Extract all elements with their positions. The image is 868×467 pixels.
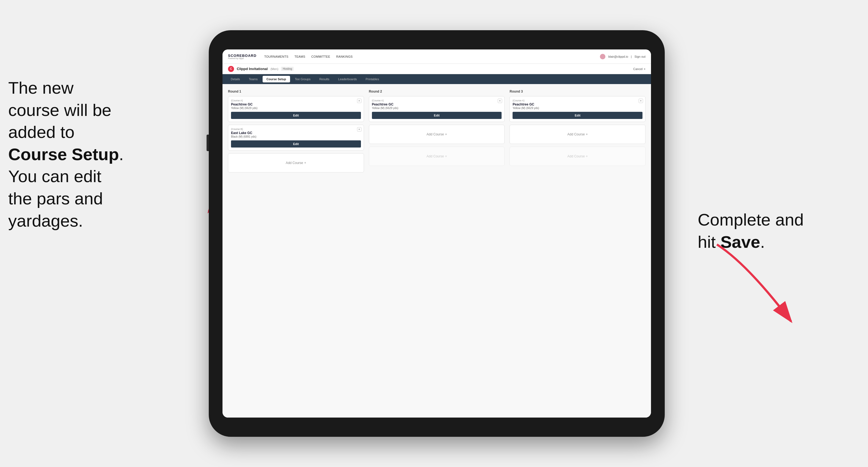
- rounds-grid: Round 1 ✕ (Course A) Peachtree GC Yellow…: [228, 90, 646, 175]
- round-1-title: Round 1: [228, 90, 364, 93]
- round-1-column: Round 1 ✕ (Course A) Peachtree GC Yellow…: [228, 90, 364, 175]
- round1-course-a-label: (Course A): [231, 99, 361, 102]
- nav-left: SCOREBOARD Powered by clippd TOURNAMENTS…: [228, 54, 353, 59]
- round3-course-a-card: ✕ (Course A) Peachtree GC Yellow (M) (66…: [509, 96, 646, 122]
- nav-separator: |: [631, 55, 632, 58]
- round2-course-a-name: Peachtree GC: [372, 102, 502, 106]
- round3-course-a-info: Yellow (M) (6629 yds): [513, 106, 643, 110]
- round2-add-course-disabled-label: Add Course: [427, 154, 444, 158]
- clippd-logo: C: [228, 66, 234, 72]
- scoreboard-logo: SCOREBOARD Powered by clippd: [228, 54, 256, 59]
- nav-links: TOURNAMENTS TEAMS COMMITTEE RANKINGS: [264, 55, 353, 58]
- round-2-column: Round 2 ✕ (Course A) Peachtree GC Yellow…: [369, 90, 505, 175]
- tournament-gender: (Men): [271, 67, 279, 71]
- round3-add-course-disabled-label: Add Course: [567, 154, 585, 158]
- round2-course-a-label: (Course A): [372, 99, 502, 102]
- sign-out-link[interactable]: Sign out: [634, 55, 646, 58]
- round1-course-b-label: (Course B): [231, 128, 361, 130]
- round2-plus-icon-disabled: +: [445, 154, 447, 158]
- round3-course-a-delete[interactable]: ✕: [639, 99, 643, 103]
- round1-add-course-label: Add Course: [286, 161, 303, 165]
- tournament-left: C Clippd Invitational (Men) Hosting: [228, 66, 293, 72]
- nav-right: blair@clippd.io | Sign out: [600, 54, 646, 59]
- user-email: blair@clippd.io: [608, 55, 628, 58]
- scoreboard-sub: Powered by clippd: [228, 57, 256, 59]
- round1-course-a-edit[interactable]: Edit: [231, 112, 361, 119]
- round2-add-course-active[interactable]: Add Course +: [369, 125, 505, 144]
- round1-plus-icon: +: [304, 161, 306, 165]
- round3-course-a-edit[interactable]: Edit: [513, 112, 643, 119]
- round3-add-course-active[interactable]: Add Course +: [509, 125, 646, 144]
- hosting-badge: Hosting: [281, 67, 293, 71]
- top-nav: SCOREBOARD Powered by clippd TOURNAMENTS…: [222, 50, 651, 64]
- round3-course-a-name: Peachtree GC: [513, 102, 643, 106]
- round1-course-b-name: East Lake GC: [231, 131, 361, 135]
- course-setup-bold: Course Setup: [8, 145, 119, 164]
- round2-plus-icon: +: [445, 132, 447, 136]
- round-2-title: Round 2: [369, 90, 505, 93]
- tab-teams[interactable]: Teams: [245, 76, 261, 83]
- left-annotation: The new course will be added to Course S…: [8, 77, 195, 232]
- tablet-side-button: [207, 134, 209, 151]
- tournament-bar: C Clippd Invitational (Men) Hosting Canc…: [222, 64, 651, 74]
- main-content: Round 1 ✕ (Course A) Peachtree GC Yellow…: [222, 84, 651, 417]
- round1-course-a-delete[interactable]: ✕: [357, 99, 362, 103]
- round-3-title: Round 3: [509, 90, 646, 93]
- tab-leaderboards[interactable]: Leaderboards: [334, 76, 361, 83]
- round2-course-a-card: ✕ (Course A) Peachtree GC Yellow (M) (66…: [369, 96, 505, 122]
- round-3-column: Round 3 ✕ (Course A) Peachtree GC Yellow…: [509, 90, 646, 175]
- tablet-screen: SCOREBOARD Powered by clippd TOURNAMENTS…: [222, 50, 651, 417]
- tab-details[interactable]: Details: [227, 76, 244, 83]
- nav-tournaments[interactable]: TOURNAMENTS: [264, 55, 288, 58]
- round3-course-a-label: (Course A): [513, 99, 643, 102]
- round2-add-course-disabled: Add Course +: [369, 147, 505, 166]
- scoreboard-title: SCOREBOARD: [228, 54, 256, 57]
- tab-course-setup[interactable]: Course Setup: [262, 76, 290, 83]
- close-icon: ×: [644, 67, 646, 71]
- round3-plus-icon: +: [586, 132, 588, 136]
- tab-bar: Details Teams Course Setup Tee Groups Re…: [222, 74, 651, 84]
- round3-add-course-disabled: Add Course +: [509, 147, 646, 166]
- round2-course-a-info: Yellow (M) (6629 yds): [372, 106, 502, 110]
- user-avatar: [600, 54, 606, 59]
- round1-course-b-edit[interactable]: Edit: [231, 141, 361, 148]
- cancel-button[interactable]: Cancel ×: [633, 67, 646, 71]
- tournament-name: Clippd Invitational: [237, 67, 268, 71]
- nav-committee[interactable]: COMMITTEE: [311, 55, 330, 58]
- round2-course-a-edit[interactable]: Edit: [372, 112, 502, 119]
- round3-add-course-label: Add Course: [567, 132, 585, 136]
- tab-results[interactable]: Results: [315, 76, 333, 83]
- nav-teams[interactable]: TEAMS: [294, 55, 305, 58]
- round1-course-b-delete[interactable]: ✕: [357, 127, 362, 132]
- right-arrow: [703, 242, 808, 335]
- round2-add-course-label: Add Course: [427, 132, 444, 136]
- round3-plus-icon-disabled: +: [586, 154, 588, 158]
- round1-course-a-name: Peachtree GC: [231, 102, 361, 106]
- round1-add-course[interactable]: Add Course +: [228, 153, 364, 173]
- round1-course-b-card: ✕ (Course B) East Lake GC Black (M) (689…: [228, 125, 364, 151]
- round1-course-a-card: ✕ (Course A) Peachtree GC Yellow (M) (66…: [228, 96, 364, 122]
- nav-rankings[interactable]: RANKINGS: [336, 55, 353, 58]
- tablet-frame: SCOREBOARD Powered by clippd TOURNAMENTS…: [209, 30, 665, 437]
- tab-printables[interactable]: Printables: [362, 76, 383, 83]
- round1-course-a-info: Yellow (M) (6629 yds): [231, 106, 361, 110]
- round1-course-b-info: Black (M) (6891 yds): [231, 135, 361, 138]
- round2-course-a-delete[interactable]: ✕: [498, 99, 502, 103]
- tab-tee-groups[interactable]: Tee Groups: [291, 76, 314, 83]
